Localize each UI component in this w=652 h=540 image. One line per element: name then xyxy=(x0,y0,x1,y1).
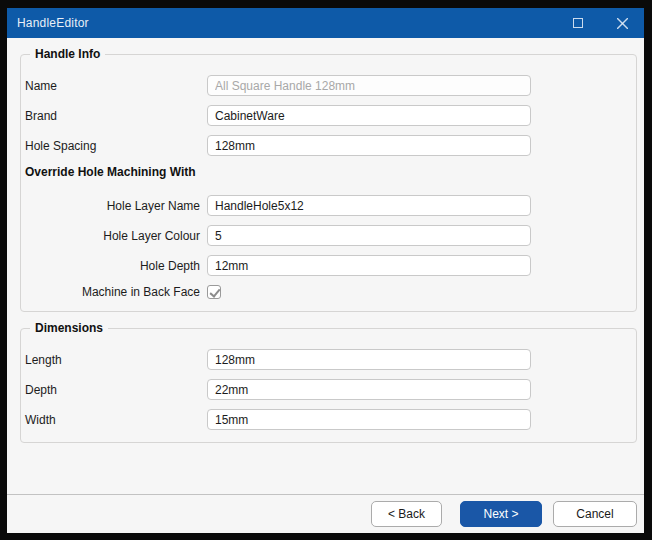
dialog-content: Handle Info Name Brand Hole Spacing Over… xyxy=(7,38,644,533)
depth-label: Depth xyxy=(25,383,207,397)
width-input[interactable] xyxy=(207,409,531,430)
brand-row: Brand xyxy=(25,105,636,126)
next-button[interactable]: Next > xyxy=(460,501,542,527)
brand-input[interactable] xyxy=(207,105,531,126)
name-row: Name xyxy=(25,75,636,96)
dimensions-group: Dimensions Length Depth Width xyxy=(20,321,637,443)
length-row: Length xyxy=(25,349,636,370)
back-button[interactable]: < Back xyxy=(371,501,442,527)
hole-depth-label: Hole Depth xyxy=(25,259,207,273)
depth-input[interactable] xyxy=(207,379,531,400)
machine-back-face-label: Machine in Back Face xyxy=(25,285,207,299)
window-title: HandleEditor xyxy=(17,16,89,30)
length-label: Length xyxy=(25,353,207,367)
hole-depth-input[interactable] xyxy=(207,255,531,276)
titlebar[interactable]: HandleEditor xyxy=(7,8,644,38)
hole-layer-colour-label: Hole Layer Colour xyxy=(25,229,207,243)
handle-info-group: Handle Info Name Brand Hole Spacing Over… xyxy=(20,47,637,312)
handle-info-legend: Handle Info xyxy=(30,47,105,61)
dialog-footer: < Back Next > Cancel xyxy=(7,494,644,533)
close-button[interactable] xyxy=(600,8,644,38)
depth-row: Depth xyxy=(25,379,636,400)
length-input[interactable] xyxy=(207,349,531,370)
hole-layer-colour-row: Hole Layer Colour xyxy=(25,225,636,246)
hole-layer-name-input[interactable] xyxy=(207,195,531,216)
hole-spacing-label: Hole Spacing xyxy=(25,139,207,153)
hole-layer-name-label: Hole Layer Name xyxy=(25,199,207,213)
hole-layer-name-row: Hole Layer Name xyxy=(25,195,636,216)
hole-layer-colour-input[interactable] xyxy=(207,225,531,246)
machine-back-face-checkbox[interactable] xyxy=(207,285,221,299)
footer-buttons: < Back Next > Cancel xyxy=(7,495,644,533)
handle-editor-dialog: HandleEditor Handle Info Name xyxy=(7,8,644,533)
hole-spacing-row: Hole Spacing xyxy=(25,135,636,156)
maximize-icon xyxy=(573,18,583,28)
override-section-heading: Override Hole Machining With xyxy=(25,165,636,179)
dialog-window-frame: HandleEditor Handle Info Name xyxy=(0,0,652,540)
machine-back-face-row: Machine in Back Face xyxy=(25,285,636,299)
cancel-button[interactable]: Cancel xyxy=(553,501,637,527)
hole-depth-row: Hole Depth xyxy=(25,255,636,276)
hole-spacing-input[interactable] xyxy=(207,135,531,156)
dimensions-legend: Dimensions xyxy=(30,321,108,335)
width-row: Width xyxy=(25,409,636,430)
window-controls xyxy=(556,8,644,38)
name-input[interactable] xyxy=(207,75,531,96)
close-icon xyxy=(617,18,628,29)
width-label: Width xyxy=(25,413,207,427)
brand-label: Brand xyxy=(25,109,207,123)
maximize-button[interactable] xyxy=(556,8,600,38)
name-label: Name xyxy=(25,79,207,93)
